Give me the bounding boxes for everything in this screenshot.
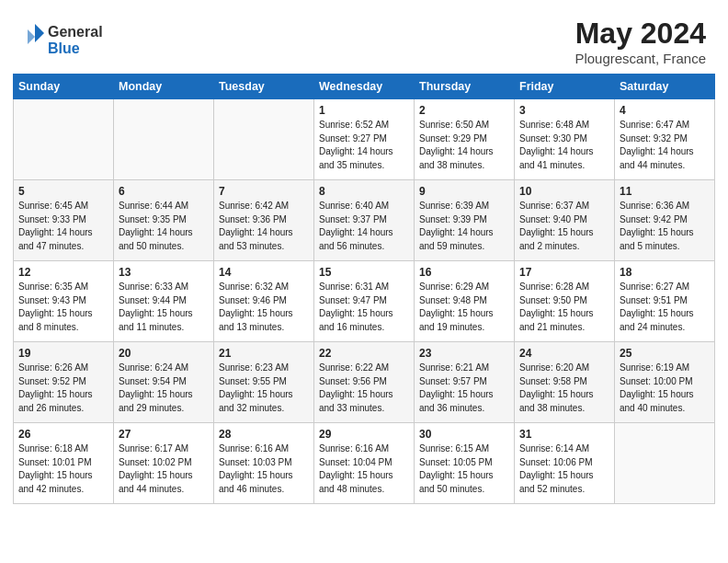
calendar-cell-w1-d6: 3Sunrise: 6:48 AMSunset: 9:30 PMDaylight… [515,99,615,180]
day-number: 7 [219,185,309,198]
day-info: Sunrise: 6:20 AMSunset: 9:58 PMDaylight:… [519,362,609,415]
calendar-cell-w1-d1 [14,99,114,180]
day-number: 28 [219,428,309,441]
day-number: 25 [620,347,710,360]
calendar-cell-w2-d6: 10Sunrise: 6:37 AMSunset: 9:40 PMDayligh… [515,180,615,261]
day-info: Sunrise: 6:27 AMSunset: 9:51 PMDaylight:… [620,281,710,334]
day-info: Sunrise: 6:15 AMSunset: 10:05 PMDaylight… [419,442,509,496]
calendar-cell-w1-d7: 4Sunrise: 6:47 AMSunset: 9:32 PMDaylight… [615,99,715,180]
calendar-cell-w4-d6: 24Sunrise: 6:20 AMSunset: 9:58 PMDayligh… [515,342,615,423]
svg-text:General: General [48,24,103,40]
header-thursday: Thursday [415,75,515,99]
calendar-cell-w2-d4: 8Sunrise: 6:40 AMSunset: 9:37 PMDaylight… [314,180,415,261]
day-info: Sunrise: 6:26 AMSunset: 9:52 PMDaylight:… [18,362,108,415]
calendar-cell-w5-d1: 26Sunrise: 6:18 AMSunset: 10:01 PMDaylig… [14,423,114,504]
day-number: 21 [219,347,309,360]
calendar-cell-w5-d5: 30Sunrise: 6:15 AMSunset: 10:05 PMDaylig… [415,423,515,504]
calendar-table: Sunday Monday Tuesday Wednesday Thursday… [13,74,715,504]
month-year-title: May 2024 [574,17,706,51]
day-number: 24 [519,347,609,360]
calendar-cell-w4-d2: 20Sunrise: 6:24 AMSunset: 9:54 PMDayligh… [114,342,214,423]
day-number: 29 [319,428,409,441]
day-number: 8 [319,185,409,198]
header-wednesday: Wednesday [314,75,415,99]
week-row-3: 12Sunrise: 6:35 AMSunset: 9:43 PMDayligh… [14,261,715,342]
week-row-4: 19Sunrise: 6:26 AMSunset: 9:52 PMDayligh… [14,342,715,423]
day-number: 2 [419,104,509,117]
day-number: 12 [18,266,108,279]
calendar-cell-w3-d5: 16Sunrise: 6:29 AMSunset: 9:48 PMDayligh… [415,261,515,342]
calendar-cell-w2-d7: 11Sunrise: 6:36 AMSunset: 9:42 PMDayligh… [615,180,715,261]
day-number: 26 [18,428,108,441]
day-info: Sunrise: 6:31 AMSunset: 9:47 PMDaylight:… [319,281,409,334]
day-info: Sunrise: 6:14 AMSunset: 10:06 PMDaylight… [519,442,609,496]
day-info: Sunrise: 6:37 AMSunset: 9:40 PMDaylight:… [519,200,609,253]
calendar-cell-w2-d3: 7Sunrise: 6:42 AMSunset: 9:36 PMDaylight… [214,180,314,261]
day-info: Sunrise: 6:44 AMSunset: 9:35 PMDaylight:… [119,200,209,253]
logo: General Blue [22,17,123,64]
day-info: Sunrise: 6:52 AMSunset: 9:27 PMDaylight:… [319,119,409,172]
calendar-cell-w3-d2: 13Sunrise: 6:33 AMSunset: 9:44 PMDayligh… [114,261,214,342]
svg-marker-3 [28,29,35,44]
calendar-cell-w3-d1: 12Sunrise: 6:35 AMSunset: 9:43 PMDayligh… [14,261,114,342]
svg-marker-2 [35,24,44,42]
day-info: Sunrise: 6:39 AMSunset: 9:39 PMDaylight:… [419,200,509,253]
calendar-cell-w2-d1: 5Sunrise: 6:45 AMSunset: 9:33 PMDaylight… [14,180,114,261]
calendar-cell-w5-d2: 27Sunrise: 6:17 AMSunset: 10:02 PMDaylig… [114,423,214,504]
day-info: Sunrise: 6:33 AMSunset: 9:44 PMDaylight:… [119,281,209,334]
week-row-2: 5Sunrise: 6:45 AMSunset: 9:33 PMDaylight… [14,180,715,261]
svg-text:Blue: Blue [48,40,80,56]
day-number: 14 [219,266,309,279]
location-subtitle: Plougrescant, France [574,51,706,66]
day-number: 17 [519,266,609,279]
week-row-5: 26Sunrise: 6:18 AMSunset: 10:01 PMDaylig… [14,423,715,504]
day-info: Sunrise: 6:42 AMSunset: 9:36 PMDaylight:… [219,200,309,253]
calendar-cell-w4-d7: 25Sunrise: 6:19 AMSunset: 10:00 PMDaylig… [615,342,715,423]
day-number: 16 [419,266,509,279]
day-number: 27 [119,428,209,441]
day-info: Sunrise: 6:48 AMSunset: 9:30 PMDaylight:… [519,119,609,172]
day-info: Sunrise: 6:40 AMSunset: 9:37 PMDaylight:… [319,200,409,253]
day-number: 10 [519,185,609,198]
header-saturday: Saturday [615,75,715,99]
calendar-cell-w5-d6: 31Sunrise: 6:14 AMSunset: 10:06 PMDaylig… [515,423,615,504]
day-info: Sunrise: 6:45 AMSunset: 9:33 PMDaylight:… [18,200,108,253]
logo-svg: General Blue [22,17,123,61]
day-number: 3 [519,104,609,117]
header-tuesday: Tuesday [214,75,314,99]
day-info: Sunrise: 6:19 AMSunset: 10:00 PMDaylight… [620,362,710,415]
calendar-cell-w1-d4: 1Sunrise: 6:52 AMSunset: 9:27 PMDaylight… [314,99,415,180]
day-info: Sunrise: 6:16 AMSunset: 10:04 PMDaylight… [319,442,409,496]
page-header: General Blue May 2024 Plougrescant, Fran… [0,0,728,74]
calendar-cell-w4-d1: 19Sunrise: 6:26 AMSunset: 9:52 PMDayligh… [14,342,114,423]
calendar-cell-w3-d7: 18Sunrise: 6:27 AMSunset: 9:51 PMDayligh… [615,261,715,342]
header-friday: Friday [515,75,615,99]
day-info: Sunrise: 6:47 AMSunset: 9:32 PMDaylight:… [620,119,710,172]
day-number: 11 [620,185,710,198]
day-number: 1 [319,104,409,117]
day-number: 20 [119,347,209,360]
day-number: 9 [419,185,509,198]
header-sunday: Sunday [14,75,114,99]
day-number: 31 [519,428,609,441]
day-number: 6 [119,185,209,198]
day-number: 30 [419,428,509,441]
calendar-cell-w1-d2 [114,99,214,180]
day-number: 22 [319,347,409,360]
header-monday: Monday [114,75,214,99]
day-info: Sunrise: 6:35 AMSunset: 9:43 PMDaylight:… [18,281,108,334]
calendar-cell-w2-d2: 6Sunrise: 6:44 AMSunset: 9:35 PMDaylight… [114,180,214,261]
calendar-cell-w4-d3: 21Sunrise: 6:23 AMSunset: 9:55 PMDayligh… [214,342,314,423]
calendar-cell-w5-d7 [615,423,715,504]
calendar-cell-w3-d3: 14Sunrise: 6:32 AMSunset: 9:46 PMDayligh… [214,261,314,342]
day-info: Sunrise: 6:50 AMSunset: 9:29 PMDaylight:… [419,119,509,172]
day-info: Sunrise: 6:28 AMSunset: 9:50 PMDaylight:… [519,281,609,334]
day-info: Sunrise: 6:24 AMSunset: 9:54 PMDaylight:… [119,362,209,415]
calendar-cell-w5-d3: 28Sunrise: 6:16 AMSunset: 10:03 PMDaylig… [214,423,314,504]
calendar-cell-w4-d4: 22Sunrise: 6:22 AMSunset: 9:56 PMDayligh… [314,342,415,423]
days-header-row: Sunday Monday Tuesday Wednesday Thursday… [14,75,715,99]
day-number: 5 [18,185,108,198]
calendar-cell-w1-d5: 2Sunrise: 6:50 AMSunset: 9:29 PMDaylight… [415,99,515,180]
day-info: Sunrise: 6:17 AMSunset: 10:02 PMDaylight… [119,442,209,496]
week-row-1: 1Sunrise: 6:52 AMSunset: 9:27 PMDaylight… [14,99,715,180]
